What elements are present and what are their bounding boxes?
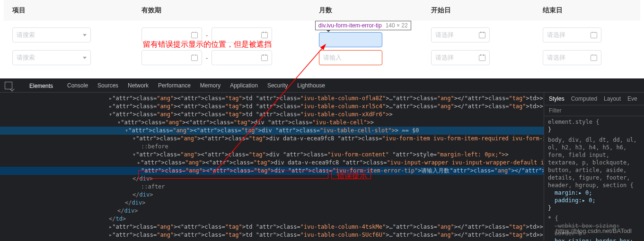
end-date-input[interactable]: 请选择 [543,50,601,65]
calendar-icon [191,54,198,61]
annotation-left: 留有错误提示显示的位置，但是被遮挡 [143,40,272,50]
project-select[interactable]: 请搜索 [12,50,91,65]
tab-lighthouse[interactable]: Lighthouse [297,79,325,92]
header-months: 月数 [315,6,427,15]
tab-computed[interactable]: Computed [571,95,597,102]
tab-application[interactable]: Application [230,79,258,92]
watermark: https://blog.csdn.net/BATodl [556,227,632,234]
months-input-error[interactable]: 请输入 [319,50,382,65]
calendar-icon [479,54,485,61]
devtools-panel: Elements Console Sources Network Perform… [0,78,644,241]
start-date-input[interactable]: 请选择 [431,50,490,65]
select-placeholder: 请搜索 [17,53,35,62]
styles-body[interactable]: element.style { } body, div, dl, dt, dd,… [544,116,644,241]
range-separator: - [205,54,209,61]
tooltip-selector: div.ivu-form-item-error-tip [318,22,382,29]
tab-network[interactable]: Network [128,79,149,92]
input-placeholder: 请输入 [323,53,342,62]
date-end-input[interactable] [212,50,272,65]
tab-console[interactable]: Console [67,79,88,92]
inspect-icon[interactable] [5,82,12,89]
calendar-icon [261,54,268,61]
date-start-input[interactable] [141,50,202,65]
date-range: - [141,50,315,65]
table-header-row: 项目 有效期 月数 开始日 结束日 [4,0,640,21]
dom-tree[interactable]: ▸"attr">class="ang"><"attr">class="tag">… [0,93,544,241]
chevron-down-icon [83,34,87,36]
end-date-input[interactable]: 请选择 [543,27,601,43]
tab-layout[interactable]: Layout [604,95,621,102]
header-end: 结束日 [538,6,640,15]
date-placeholder: 请选择 [435,31,454,39]
calendar-icon [479,32,485,38]
date-placeholder: 请选择 [547,53,565,62]
annotation-box [138,170,328,179]
header-validity: 有效期 [134,6,315,15]
annotation-right: 错误提示 [337,171,367,181]
tab-memory[interactable]: Memory [200,79,221,92]
inspector-tooltip: div.ivu-form-item-error-tip 140 × 22 [315,21,411,30]
start-date-input[interactable]: 请选择 [431,27,490,43]
tab-event[interactable]: Eve [627,95,637,102]
tab-security[interactable]: Security [267,79,288,92]
date-placeholder: 请选择 [547,31,565,39]
calendar-icon [591,32,597,38]
project-select[interactable]: 请搜索 [12,27,91,43]
devtools-tabs: Elements Console Sources Network Perform… [0,78,644,93]
select-placeholder: 请搜索 [17,31,35,39]
range-separator: - [205,32,209,39]
calendar-icon [191,32,198,38]
tooltip-size: 140 × 22 [386,22,408,29]
table-row: 请搜索 - div.ivu-form-item-error-tip 140 × … [4,21,640,45]
table-row: 请搜索 - 请输入 请选择 请选择 [4,45,640,70]
tab-sources[interactable]: Sources [97,79,118,92]
header-project: 项目 [4,6,134,15]
header-start: 开始日 [426,6,538,15]
tab-performance[interactable]: Performance [158,79,191,92]
styles-panel: Styles Computed Layout Eve Filter elemen… [544,93,644,241]
chevron-down-icon [83,57,87,59]
styles-filter[interactable]: Filter [544,105,644,116]
tab-styles[interactable]: Styles [549,95,565,102]
tab-elements[interactable]: Elements [25,80,58,92]
date-placeholder: 请选择 [435,53,454,62]
calendar-icon [591,54,597,61]
calendar-icon [261,32,268,38]
